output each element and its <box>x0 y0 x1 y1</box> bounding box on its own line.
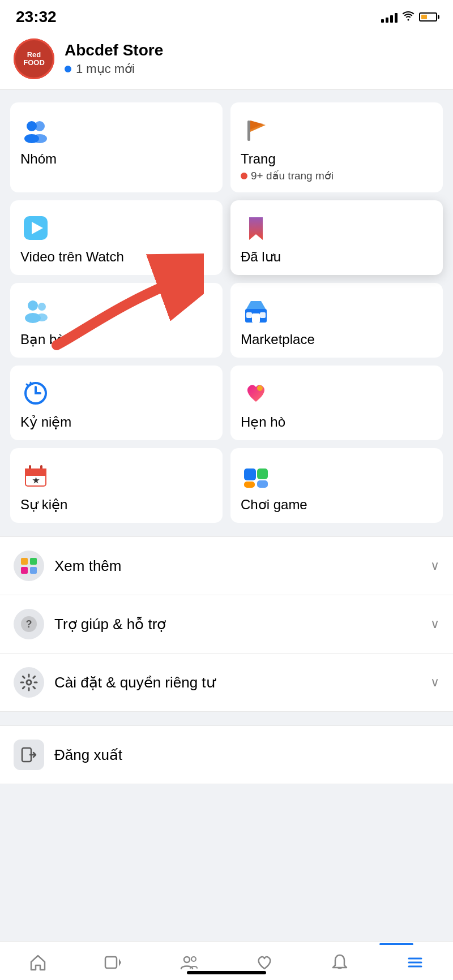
svg-rect-32 <box>30 558 37 565</box>
tro-giup-icon-wrap: ? <box>14 609 44 639</box>
video-label: Video trên Watch <box>20 249 212 265</box>
header-info: Abcdef Store 1 mục mới <box>65 41 439 76</box>
hen-ho-label: Hẹn hò <box>241 414 433 430</box>
svg-marker-40 <box>119 958 121 966</box>
battery-icon <box>419 12 437 22</box>
svg-point-3 <box>32 134 47 143</box>
da-luu-label: Đã lưu <box>241 249 433 265</box>
svg-rect-4 <box>247 121 250 141</box>
list-item-tro-giup[interactable]: ? Trợ giúp & hỗ trợ ∨ <box>0 595 453 654</box>
grid-item-ban-be[interactable]: Bạn bè <box>10 283 223 358</box>
status-bar: 23:32 <box>0 0 453 31</box>
svg-rect-31 <box>21 558 28 565</box>
bookmark-icon <box>241 213 271 243</box>
choi-game-label: Chơi game <box>241 497 433 513</box>
status-icons <box>381 11 437 24</box>
trang-label: Trang <box>241 151 433 167</box>
friends-icon <box>20 295 51 326</box>
svg-point-9 <box>38 303 46 311</box>
notification-dot <box>65 66 71 72</box>
home-icon <box>28 953 48 972</box>
svg-rect-39 <box>105 957 117 968</box>
trang-red-dot <box>241 173 247 179</box>
trang-sub-text: 9+ dấu trang mới <box>251 169 334 182</box>
svg-rect-13 <box>246 312 252 318</box>
nhom-label: Nhóm <box>20 151 212 167</box>
nav-friends-icon <box>179 953 198 972</box>
nav-video-icon <box>104 953 123 972</box>
avatar[interactable]: RedFOOD <box>14 38 54 79</box>
cai-dat-chevron: ∨ <box>430 675 439 690</box>
grid-item-trang[interactable]: Trang 9+ dấu trang mới <box>230 102 443 192</box>
cai-dat-icon-wrap <box>14 667 44 698</box>
svg-point-10 <box>36 313 48 321</box>
grid-item-video[interactable]: Video trên Watch <box>10 200 223 275</box>
signal-icon <box>381 11 398 23</box>
groups-icon <box>20 115 51 145</box>
trang-sub: 9+ dấu trang mới <box>241 169 433 182</box>
nav-menu[interactable] <box>395 949 435 975</box>
content: Nhóm Trang 9+ dấu trang mới <box>0 90 453 523</box>
gaming-icon <box>241 461 271 491</box>
events-icon: ★ <box>20 461 51 491</box>
svg-rect-14 <box>260 312 266 318</box>
svg-point-42 <box>191 957 196 961</box>
ban-be-label: Bạn bè <box>20 332 212 347</box>
svg-point-7 <box>28 300 38 311</box>
svg-text:★: ★ <box>32 476 40 485</box>
nav-video[interactable] <box>93 949 133 975</box>
grid-item-hen-ho[interactable]: Hẹn hò <box>230 366 443 440</box>
svg-rect-29 <box>257 480 268 488</box>
logout-label: Đăng xuất <box>54 746 122 764</box>
svg-rect-24 <box>25 468 46 474</box>
video-icon <box>20 213 51 243</box>
xem-them-icon-wrap <box>14 551 44 581</box>
grid-item-su-kien[interactable]: ★ Sự kiện <box>10 448 223 523</box>
status-time: 23:32 <box>16 8 57 26</box>
logout-item[interactable]: Đăng xuất <box>0 725 453 784</box>
svg-rect-12 <box>252 313 260 323</box>
grid-item-marketplace[interactable]: Marketplace <box>230 283 443 358</box>
memories-icon <box>20 378 51 409</box>
nav-menu-icon <box>405 953 425 972</box>
grid-item-choi-game[interactable]: Chơi game <box>230 448 443 523</box>
svg-rect-27 <box>257 468 268 479</box>
badge-text: 1 mục mới <box>76 62 135 76</box>
flag-icon <box>241 115 271 145</box>
grid-item-ky-niem[interactable]: Kỷ niệm <box>10 366 223 440</box>
xem-them-label: Xem thêm <box>54 557 420 575</box>
svg-rect-34 <box>30 567 37 574</box>
wifi-icon <box>402 11 414 24</box>
svg-point-41 <box>184 957 190 962</box>
cai-dat-label: Cài đặt & quyền riêng tư <box>54 674 420 691</box>
svg-text:?: ? <box>26 618 32 630</box>
svg-rect-26 <box>244 468 256 480</box>
grid-item-nhom[interactable]: Nhóm <box>10 102 223 192</box>
nav-home[interactable] <box>18 949 58 975</box>
dating-icon <box>241 378 271 409</box>
ky-niem-label: Kỷ niệm <box>20 414 212 430</box>
nav-active-indicator <box>379 943 413 945</box>
header-badge: 1 mục mới <box>65 62 439 76</box>
list-item-cai-dat[interactable]: Cài đặt & quyền riêng tư ∨ <box>0 654 453 712</box>
marketplace-icon <box>241 295 271 326</box>
svg-rect-28 <box>244 482 255 488</box>
marketplace-label: Marketplace <box>241 332 433 347</box>
svg-point-37 <box>27 680 31 685</box>
home-indicator <box>187 971 266 974</box>
store-name: Abcdef Store <box>65 41 439 59</box>
list-section: Xem thêm ∨ ? Trợ giúp & hỗ trợ ∨ Cài đặt… <box>0 523 453 716</box>
list-item-xem-them[interactable]: Xem thêm ∨ <box>0 536 453 595</box>
svg-rect-33 <box>21 567 28 574</box>
xem-them-chevron: ∨ <box>430 558 439 573</box>
grid-item-da-luu[interactable]: Đã lưu <box>230 200 443 275</box>
svg-point-1 <box>35 121 45 131</box>
tro-giup-label: Trợ giúp & hỗ trợ <box>54 616 420 633</box>
su-kien-label: Sự kiện <box>20 497 212 513</box>
nav-bell[interactable] <box>320 949 360 975</box>
header[interactable]: RedFOOD Abcdef Store 1 mục mới <box>0 31 453 90</box>
svg-point-16 <box>257 385 263 391</box>
tro-giup-chevron: ∨ <box>430 617 439 631</box>
logout-icon-wrap <box>14 740 44 770</box>
nav-bell-icon <box>330 953 349 972</box>
